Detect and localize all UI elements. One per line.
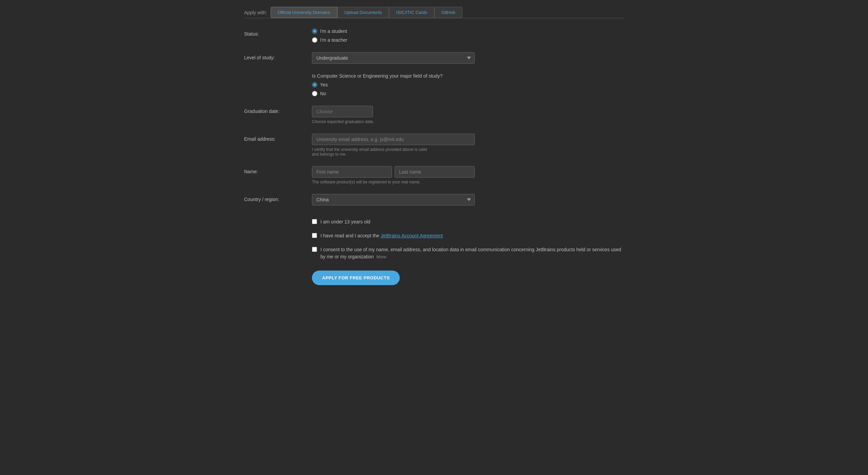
more-link[interactable]: More <box>376 254 387 259</box>
under13-label: I am under 13 years old <box>320 218 370 225</box>
tab-isic-itic[interactable]: ISIC/ITIC Cards <box>389 7 434 18</box>
agreement-row: I have read and I accept the JetBrains A… <box>244 232 624 239</box>
tab-github[interactable]: GitHub <box>434 7 462 18</box>
consent-checkbox[interactable] <box>312 247 317 252</box>
agreement-label: I have read and I accept the JetBrains A… <box>320 232 443 239</box>
status-field: I'm a student I'm a teacher <box>312 28 475 43</box>
graduation-date-row: Graduation date: Choose expected graduat… <box>244 106 624 124</box>
agreement-prefix: I have read and I accept the <box>320 233 380 238</box>
graduation-field: Choose expected graduation date. <box>312 106 475 124</box>
country-label: Country / region: <box>244 194 312 202</box>
cs-empty-label <box>244 73 312 76</box>
status-row: Status: I'm a student I'm a teacher <box>244 28 624 43</box>
country-field: China United States Other <box>312 194 475 205</box>
consent-text: I consent to the use of my name, email a… <box>320 247 621 259</box>
email-row: Email address: I certify that the univer… <box>244 134 624 157</box>
email-label: Email address: <box>244 134 312 142</box>
cs-no-option[interactable]: No <box>312 91 475 96</box>
email-hint: I certify that the university email addr… <box>312 147 475 157</box>
cs-no-radio[interactable] <box>312 91 317 96</box>
consent-row: I consent to the use of my name, email a… <box>244 246 624 260</box>
cs-no-label: No <box>320 91 326 96</box>
name-row: Name: The software product(s) will be re… <box>244 166 624 184</box>
country-select[interactable]: China United States Other <box>312 194 475 205</box>
under13-row: I am under 13 years old <box>244 218 624 225</box>
agreement-checkbox[interactable] <box>312 233 317 238</box>
application-form: Status: I'm a student I'm a teacher Leve… <box>244 28 624 285</box>
status-student-radio[interactable] <box>312 28 317 34</box>
under13-checkbox[interactable] <box>312 219 317 224</box>
level-of-study-row: Level of study: Undergraduate Graduate P… <box>244 52 624 64</box>
level-label: Level of study: <box>244 52 312 60</box>
status-student-option[interactable]: I'm a student <box>312 28 475 34</box>
status-teacher-option[interactable]: I'm a teacher <box>312 37 475 43</box>
level-field: Undergraduate Graduate PhD <box>312 52 475 64</box>
apply-button[interactable]: APPLY FOR FREE PRODUCTS <box>312 271 400 285</box>
status-teacher-radio[interactable] <box>312 37 317 43</box>
apply-with-label: Apply with: <box>244 10 267 15</box>
cs-question-text: Is Computer Science or Engineering your … <box>312 73 475 79</box>
first-name-input[interactable] <box>312 166 392 178</box>
cs-yes-option[interactable]: Yes <box>312 82 475 87</box>
cs-yes-radio[interactable] <box>312 82 317 87</box>
email-hint-line2: and belongs to me. <box>312 152 347 157</box>
level-select[interactable]: Undergraduate Graduate PhD <box>312 52 475 64</box>
tab-upload-documents[interactable]: Upload Documents <box>337 7 389 18</box>
tab-official-university[interactable]: Official University Domains <box>271 7 337 18</box>
cs-field: Is Computer Science or Engineering your … <box>312 73 475 96</box>
email-field-container: I certify that the university email addr… <box>312 134 475 157</box>
graduation-hint: Choose expected graduation date. <box>312 119 475 124</box>
country-row: Country / region: China United States Ot… <box>244 194 624 205</box>
name-label: Name: <box>244 166 312 174</box>
nav-tabs: Official University Domains Upload Docum… <box>271 7 462 18</box>
email-input[interactable] <box>312 134 475 145</box>
status-label: Status: <box>244 28 312 37</box>
cs-question-row: Is Computer Science or Engineering your … <box>244 73 624 96</box>
graduation-label: Graduation date: <box>244 106 312 114</box>
checkboxes-section: I am under 13 years old I have read and … <box>244 218 624 260</box>
status-teacher-label: I'm a teacher <box>320 37 348 43</box>
name-field-container: The software product(s) will be register… <box>312 166 475 184</box>
email-hint-line1: I certify that the university email addr… <box>312 147 427 152</box>
submit-row: APPLY FOR FREE PRODUCTS <box>244 271 624 285</box>
name-fields <box>312 166 475 178</box>
graduation-input[interactable] <box>312 106 373 117</box>
last-name-input[interactable] <box>395 166 475 178</box>
status-radio-group: I'm a student I'm a teacher <box>312 28 475 43</box>
cs-radio-group: Yes No <box>312 82 475 96</box>
status-student-label: I'm a student <box>320 28 347 34</box>
name-hint: The software product(s) will be register… <box>312 180 475 184</box>
agreement-link[interactable]: JetBrains Account Agreement <box>380 233 443 238</box>
apply-with-bar: Apply with: Official University Domains … <box>244 7 624 18</box>
cs-yes-label: Yes <box>320 82 328 87</box>
consent-label: I consent to the use of my name, email a… <box>320 246 624 260</box>
